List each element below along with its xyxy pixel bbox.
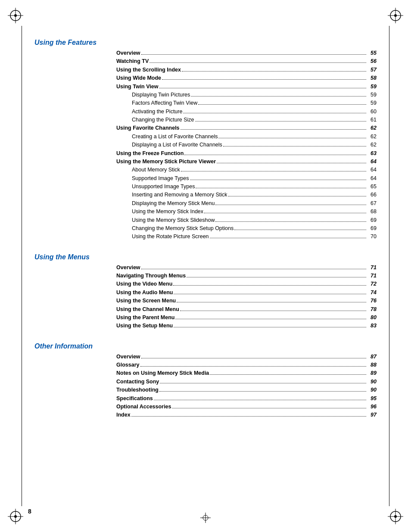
list-item: Watching TV56 bbox=[116, 57, 377, 65]
toc-page-number: 69 bbox=[367, 216, 377, 224]
toc-dots bbox=[198, 104, 366, 105]
toc-dots bbox=[141, 269, 366, 269]
toc-page-number: 88 bbox=[367, 361, 377, 369]
heading-other-information: Other Information bbox=[34, 342, 377, 350]
toc-entry-label: Supported Image Types bbox=[116, 174, 189, 183]
toc-entry-label: Using the Screen Menu bbox=[116, 297, 176, 305]
toc-entry-label: Glossary bbox=[116, 361, 140, 369]
page: Using the Features Overview55Watching TV… bbox=[0, 0, 411, 532]
toc-page-number: 67 bbox=[367, 199, 377, 208]
toc-dots bbox=[180, 311, 366, 311]
toc-page-number: 64 bbox=[367, 166, 377, 174]
toc-page-number: 80 bbox=[367, 314, 377, 322]
toc-dots bbox=[181, 171, 366, 171]
toc-entry-label: Unsupported Image Types bbox=[116, 183, 195, 191]
toc-entry-label: Displaying the Memory Stick Menu bbox=[116, 199, 215, 208]
toc-page-number: 69 bbox=[367, 224, 377, 233]
toc-dots bbox=[141, 54, 366, 55]
toc-page-number: 65 bbox=[367, 183, 377, 191]
toc-page-number: 62 bbox=[367, 133, 377, 141]
toc-page-number: 58 bbox=[367, 74, 377, 82]
toc-entry-label: Using the Video Menu bbox=[116, 280, 172, 288]
toc-dots bbox=[131, 416, 366, 417]
toc-entry-label: Changing the Picture Size bbox=[116, 116, 194, 124]
toc-page-number: 68 bbox=[367, 208, 377, 216]
toc-dots bbox=[173, 285, 366, 286]
toc-dots bbox=[215, 221, 366, 222]
list-item: Specifications95 bbox=[116, 395, 377, 403]
toc-dots bbox=[195, 121, 366, 121]
reg-mark-tl bbox=[8, 8, 23, 23]
toc-dots bbox=[210, 374, 366, 375]
toc-dots bbox=[223, 146, 366, 146]
toc-entry-label: Navigating Through Menus bbox=[116, 272, 186, 280]
toc-dots bbox=[140, 366, 366, 367]
list-item: Changing the Memory Stick Setup Options6… bbox=[116, 224, 377, 233]
toc-page-number: 95 bbox=[367, 395, 377, 403]
toc-entry-label: Using the Parent Menu bbox=[116, 314, 174, 322]
toc-dots bbox=[174, 294, 366, 294]
toc-dots bbox=[182, 71, 366, 72]
toc-entry-label: Using the Freeze Function bbox=[116, 149, 184, 158]
toc-page-number: 59 bbox=[367, 99, 377, 107]
toc-entry-label: Overview bbox=[116, 353, 140, 361]
toc-dots bbox=[204, 213, 366, 213]
toc-dots bbox=[159, 391, 366, 392]
toc-entry-label: Using the Rotate Picture Screen bbox=[116, 233, 209, 241]
list-item: Factors Affecting Twin View59 bbox=[116, 99, 377, 107]
toc-page-number: 83 bbox=[367, 322, 377, 330]
toc-entry-label: Index bbox=[116, 411, 131, 419]
toc-dots bbox=[181, 129, 366, 130]
svg-point-7 bbox=[394, 14, 397, 17]
toc-entry-label: Using the Setup Menu bbox=[116, 322, 173, 330]
toc-page-number: 59 bbox=[367, 83, 377, 91]
toc-entry-label: Using the Scrolling Index bbox=[116, 66, 181, 74]
list-item: About Memory Stick64 bbox=[116, 166, 377, 174]
toc-page-number: 59 bbox=[367, 91, 377, 99]
toc-dots bbox=[160, 383, 366, 383]
toc-entry-label: Using the Channel Menu bbox=[116, 305, 179, 314]
toc-page-number: 74 bbox=[367, 289, 377, 297]
toc-entry-label: Using Wide Mode bbox=[116, 74, 161, 82]
list-item: Using the Memory Stick Picture Viewer64 bbox=[116, 158, 377, 166]
list-item: Changing the Picture Size61 bbox=[116, 116, 377, 124]
toc-page-number: 64 bbox=[367, 174, 377, 183]
toc-entry-label: Displaying Twin Pictures bbox=[116, 91, 190, 99]
toc-entry-label: Using Twin View bbox=[116, 83, 158, 91]
toc-page-number: 76 bbox=[367, 297, 377, 305]
toc-entry-label: Overview bbox=[116, 49, 140, 57]
list-item: Notes on Using Memory Stick Media89 bbox=[116, 369, 377, 377]
toc-entry-label: Notes on Using Memory Stick Media bbox=[116, 369, 209, 377]
toc-page-number: 62 bbox=[367, 141, 377, 149]
toc-dots bbox=[215, 205, 366, 205]
list-item: Using Wide Mode58 bbox=[116, 74, 377, 82]
list-item: Unsupported Image Types65 bbox=[116, 183, 377, 191]
toc-dots bbox=[191, 96, 366, 96]
list-item: Inserting and Removing a Memory Stick66 bbox=[116, 191, 377, 199]
toc-page-number: 89 bbox=[367, 369, 377, 377]
toc-dots bbox=[187, 277, 366, 277]
toc-content-using-menus: Overview71Navigating Through Menus71Usin… bbox=[116, 264, 377, 330]
list-item: Overview87 bbox=[116, 353, 377, 361]
list-item: Using the Memory Stick Slideshow69 bbox=[116, 216, 377, 224]
toc-dots bbox=[218, 138, 366, 138]
list-item: Using the Video Menu72 bbox=[116, 280, 377, 288]
toc-dots bbox=[234, 230, 366, 230]
list-item: Using the Setup Menu83 bbox=[116, 322, 377, 330]
toc-entry-label: Inserting and Removing a Memory Stick bbox=[116, 191, 227, 199]
list-item: Using the Rotate Picture Screen70 bbox=[116, 233, 377, 241]
section-using-features: Using the Features Overview55Watching TV… bbox=[34, 39, 377, 241]
list-item: Activating the Picture60 bbox=[116, 108, 377, 116]
toc-entry-label: Overview bbox=[116, 264, 140, 272]
toc-page-number: 66 bbox=[367, 191, 377, 199]
section-other-information: Other Information Overview87Glossary88No… bbox=[34, 342, 377, 420]
toc-entry-label: Contacting Sony bbox=[116, 378, 159, 386]
list-item: Troubleshooting90 bbox=[116, 386, 377, 394]
toc-entry-label: Creating a List of Favorite Channels bbox=[116, 133, 218, 141]
list-item: Creating a List of Favorite Channels62 bbox=[116, 133, 377, 141]
toc-page-number: 71 bbox=[367, 272, 377, 280]
list-item: Using the Audio Menu74 bbox=[116, 289, 377, 297]
toc-page-number: 90 bbox=[367, 378, 377, 386]
toc-page-number: 96 bbox=[367, 403, 377, 411]
toc-dots bbox=[190, 180, 367, 180]
